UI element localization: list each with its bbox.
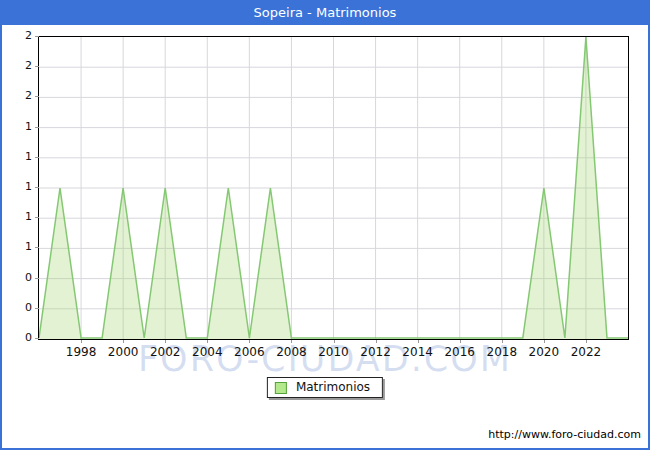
legend-box: Matrimonios xyxy=(267,377,383,398)
legend-swatch-icon xyxy=(275,382,287,394)
y-tick-mark xyxy=(35,247,39,248)
y-tick-mark xyxy=(35,338,39,339)
y-tick-label: 0 xyxy=(10,271,32,285)
x-tick-label: 2012 xyxy=(354,345,398,359)
x-tick-label: 2000 xyxy=(101,345,145,359)
chart-plot-area xyxy=(38,36,629,340)
x-tick-label: 1998 xyxy=(59,345,103,359)
x-tick-label: 2002 xyxy=(143,345,187,359)
x-tick-mark xyxy=(81,340,82,343)
y-tick-mark xyxy=(35,36,39,37)
y-tick-mark xyxy=(35,96,39,97)
y-tick-label: 2 xyxy=(10,29,32,43)
x-tick-mark xyxy=(586,340,587,343)
y-tick-label: 2 xyxy=(10,59,32,73)
x-tick-label: 2010 xyxy=(312,345,356,359)
x-tick-label: 2018 xyxy=(480,345,524,359)
x-tick-mark xyxy=(544,340,545,343)
x-tick-label: 2020 xyxy=(522,345,566,359)
x-tick-label: 2006 xyxy=(227,345,271,359)
y-tick-mark xyxy=(35,66,39,67)
y-tick-label: 1 xyxy=(10,150,32,164)
y-tick-label: 0 xyxy=(10,301,32,315)
y-tick-label: 1 xyxy=(10,240,32,254)
x-tick-label: 2008 xyxy=(269,345,313,359)
y-tick-mark xyxy=(35,217,39,218)
x-tick-label: 2016 xyxy=(438,345,482,359)
chart-title: Sopeira - Matrimonios xyxy=(0,0,650,25)
legend-label: Matrimonios xyxy=(296,381,370,394)
x-tick-mark xyxy=(123,340,124,343)
x-tick-label: 2022 xyxy=(564,345,608,359)
y-tick-label: 1 xyxy=(10,120,32,134)
y-tick-label: 0 xyxy=(10,331,32,345)
y-tick-label: 1 xyxy=(10,180,32,194)
y-tick-mark xyxy=(35,187,39,188)
y-tick-mark xyxy=(35,127,39,128)
chart-canvas xyxy=(39,37,628,339)
site-url-link[interactable]: http://www.foro-ciudad.com xyxy=(488,428,641,441)
x-tick-label: 2014 xyxy=(396,345,440,359)
y-tick-mark xyxy=(35,157,39,158)
x-tick-label: 2004 xyxy=(185,345,229,359)
y-tick-label: 2 xyxy=(10,89,32,103)
y-tick-mark xyxy=(35,308,39,309)
y-tick-label: 1 xyxy=(10,210,32,224)
y-tick-mark xyxy=(35,278,39,279)
